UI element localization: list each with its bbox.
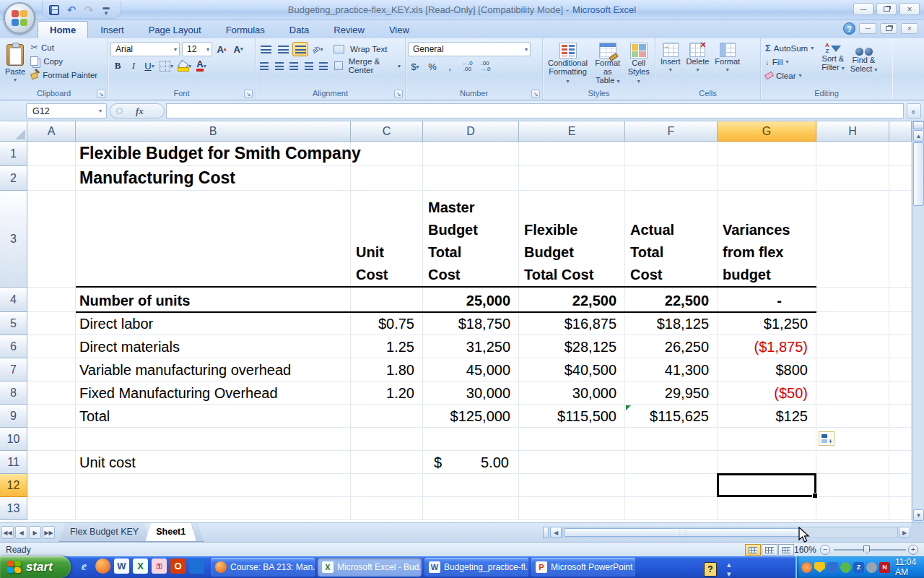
- cell-content-F5[interactable]: $18,125: [625, 312, 718, 335]
- workbook-restore-button[interactable]: [880, 23, 897, 34]
- cell-content-D7[interactable]: 45,000: [423, 358, 519, 381]
- firefox-icon[interactable]: [95, 558, 110, 574]
- cell-H2[interactable]: [816, 166, 889, 191]
- cell-content-G3[interactable]: Variancesfrom flexbudget: [718, 191, 816, 288]
- copy-button[interactable]: Copy: [28, 54, 100, 68]
- messenger-icon[interactable]: [189, 558, 204, 574]
- cell-H3[interactable]: [816, 191, 889, 288]
- increase-decimal-button[interactable]: ←.0.00: [460, 60, 475, 73]
- cell-A9[interactable]: [27, 405, 76, 428]
- help-tray-icon[interactable]: ?: [704, 562, 717, 577]
- cell-G13[interactable]: [718, 497, 816, 520]
- cell-content-E7[interactable]: $40,500: [519, 358, 625, 381]
- cell-content-F9[interactable]: $115,625: [625, 405, 718, 428]
- shrink-font-button[interactable]: A▾: [231, 42, 245, 56]
- cut-button[interactable]: ✂Cut: [28, 40, 100, 54]
- cell-C4[interactable]: [351, 288, 423, 312]
- name-box-dropdown-icon[interactable]: ▾: [95, 108, 106, 114]
- cell-A4[interactable]: [27, 288, 76, 312]
- tab-page-layout[interactable]: Page Layout: [136, 21, 214, 38]
- cell-A1[interactable]: [27, 142, 76, 166]
- column-header-A[interactable]: A: [27, 121, 76, 142]
- cell-H5[interactable]: [816, 312, 889, 335]
- clear-button[interactable]: Clear▾: [763, 69, 816, 82]
- format-cells-button[interactable]: Format▾: [712, 40, 743, 88]
- cell-content-F6[interactable]: 26,250: [625, 335, 718, 358]
- zoom-out-icon[interactable]: −: [820, 545, 830, 555]
- cell-E10[interactable]: [519, 428, 625, 451]
- percent-style-button[interactable]: %: [425, 59, 440, 74]
- tab-formulas[interactable]: Formulas: [214, 21, 277, 38]
- format-as-table-button[interactable]: Format as Table ▾: [590, 40, 624, 88]
- help-icon[interactable]: ?: [843, 22, 855, 35]
- scroll-left-icon[interactable]: ◀: [550, 527, 562, 538]
- sheet-tab-flex-budget-key[interactable]: Flex Budget KEY: [59, 523, 149, 542]
- restore-button[interactable]: [876, 3, 897, 15]
- cell-A7[interactable]: [27, 358, 76, 381]
- scroll-down-icon[interactable]: ▼: [913, 509, 924, 521]
- fill-color-button[interactable]: ▾: [176, 59, 193, 73]
- cell-content-D3[interactable]: MasterBudgetTotalCost: [423, 191, 519, 288]
- cell-E1[interactable]: [519, 142, 625, 166]
- column-header-B[interactable]: B: [76, 121, 351, 142]
- cell-content-C6[interactable]: 1.25: [351, 335, 423, 358]
- cell-G2[interactable]: [718, 166, 816, 191]
- outlook-icon[interactable]: O: [170, 558, 186, 574]
- cell-H9[interactable]: [816, 405, 889, 428]
- number-dialog-launcher-icon[interactable]: ↘: [531, 90, 540, 98]
- column-header-F[interactable]: F: [625, 121, 718, 142]
- font-dialog-launcher-icon[interactable]: ↘: [244, 90, 253, 98]
- merge-center-button[interactable]: Merge & Center▾: [332, 59, 404, 73]
- clipboard-dialog-launcher-icon[interactable]: ↘: [97, 90, 105, 98]
- z-icon[interactable]: Z: [853, 562, 864, 573]
- column-header-E[interactable]: E: [519, 121, 625, 142]
- horizontal-scroll-thumb[interactable]: ⋮⋮: [564, 528, 802, 537]
- tab-review[interactable]: Review: [321, 21, 377, 38]
- cell-H12[interactable]: [816, 474, 889, 497]
- tab-scroll-split-handle[interactable]: [543, 527, 549, 538]
- expand-formula-bar-icon[interactable]: »: [907, 103, 921, 118]
- cell-content-D5[interactable]: $18,750: [423, 312, 519, 335]
- excel-icon[interactable]: X: [133, 558, 148, 574]
- gray-icon[interactable]: [866, 562, 877, 573]
- cell-content-B6[interactable]: Direct materials: [76, 335, 351, 358]
- cell-content-B4[interactable]: Number of units: [76, 288, 351, 312]
- orientation-button[interactable]: ab▾: [310, 42, 326, 56]
- cell-content-F7[interactable]: 41,300: [625, 358, 718, 381]
- row-header-11[interactable]: 11: [0, 451, 27, 474]
- column-header-G[interactable]: G: [718, 121, 816, 142]
- cell-D12[interactable]: [423, 474, 519, 497]
- cell-content-C8[interactable]: 1.20: [351, 381, 423, 405]
- cell-B3[interactable]: [76, 191, 351, 288]
- row-header-5[interactable]: 5: [0, 312, 27, 335]
- vertical-split-handle[interactable]: [913, 121, 924, 129]
- previous-sheet-icon[interactable]: ◀: [15, 526, 27, 539]
- scroll-right-icon[interactable]: ▶: [899, 527, 910, 538]
- find-select-button[interactable]: Find & Select ▾: [847, 40, 881, 88]
- cell-content-F3[interactable]: ActualTotalCost: [625, 191, 718, 288]
- align-top-button[interactable]: [258, 42, 274, 56]
- cell-F2[interactable]: [625, 166, 718, 191]
- cell-B10[interactable]: [76, 428, 351, 451]
- paste-button[interactable]: Paste▾: [2, 40, 28, 88]
- cell-content-D9[interactable]: $125,000: [423, 405, 519, 428]
- row-header-4[interactable]: 4: [0, 288, 27, 312]
- row-header-7[interactable]: 7: [0, 358, 27, 381]
- cell-B13[interactable]: [76, 497, 351, 520]
- cell-A11[interactable]: [27, 451, 76, 474]
- cell-G10[interactable]: [718, 428, 816, 451]
- row-header-8[interactable]: 8: [0, 381, 27, 405]
- cell-content-G4[interactable]: -: [718, 288, 816, 312]
- delete-cells-button[interactable]: Delete▾: [684, 40, 712, 88]
- tab-insert[interactable]: Insert: [88, 21, 136, 38]
- row-header-6[interactable]: 6: [0, 335, 27, 358]
- column-header-D[interactable]: D: [423, 121, 519, 142]
- autosum-button[interactable]: ΣAutoSum▾: [763, 41, 816, 55]
- alignment-dialog-launcher-icon[interactable]: ↘: [394, 90, 403, 98]
- redo-icon[interactable]: ↷: [82, 3, 96, 17]
- keys-icon[interactable]: ⚿: [152, 558, 167, 574]
- taskbar-button-microsoft-excel-bud[interactable]: XMicrosoft Excel - Bud...: [318, 558, 422, 577]
- green-icon[interactable]: [840, 562, 851, 573]
- cell-C2[interactable]: [351, 166, 423, 191]
- taskbar-button-budgeting-practice-fl[interactable]: WBudgeting_practice-fl...: [424, 558, 528, 577]
